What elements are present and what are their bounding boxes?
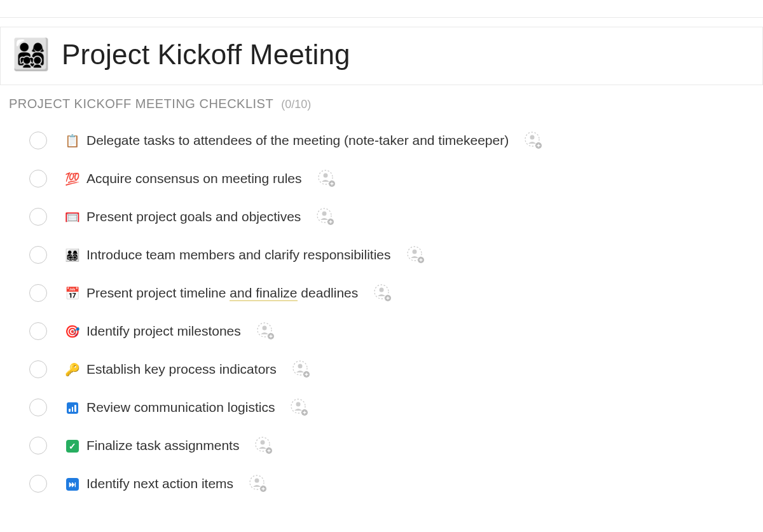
checklist-item[interactable]: 👨‍👩‍👧‍👦 Introduce team members and clari… — [0, 236, 763, 274]
svg-point-19 — [298, 364, 302, 369]
window-top-border — [0, 0, 763, 18]
header-family-icon: 👨‍👩‍👧‍👦 — [12, 39, 50, 70]
item-text: Identify project milestones — [86, 324, 241, 339]
hundred-icon: 💯 — [65, 173, 80, 185]
checkbox[interactable] — [29, 360, 47, 378]
checklist-item[interactable]: 🎯 Identify project milestones — [0, 312, 763, 350]
family-icon: 👨‍👩‍👧‍👦 — [65, 249, 80, 261]
assign-user-icon[interactable] — [249, 474, 268, 493]
checklist-item[interactable]: 💯 Acquire consensus on meeting rules — [0, 160, 763, 198]
checklist: 📋 Delegate tasks to attendees of the mee… — [0, 115, 763, 503]
check-mark-icon: ✓ — [65, 439, 80, 453]
assign-user-icon[interactable] — [524, 131, 543, 150]
checkbox[interactable] — [29, 475, 47, 493]
item-text: Delegate tasks to attendees of the meeti… — [86, 133, 509, 148]
svg-point-1 — [530, 135, 535, 140]
svg-point-7 — [322, 212, 327, 216]
item-text: Finalize task assignments — [86, 438, 239, 453]
assign-user-icon[interactable] — [256, 322, 275, 341]
checklist-item[interactable]: 🥅 Present project goals and objectives — [0, 198, 763, 236]
svg-point-10 — [412, 250, 416, 254]
assign-user-icon[interactable] — [317, 169, 336, 188]
svg-point-28 — [255, 479, 259, 483]
assign-user-icon[interactable] — [290, 398, 309, 417]
checklist-item[interactable]: ✓ Finalize task assignments — [0, 426, 763, 465]
item-text-pre: Present project timeline — [86, 285, 230, 300]
page-header: 👨‍👩‍👧‍👦 Project Kickoff Meeting — [0, 27, 763, 85]
svg-point-16 — [262, 326, 266, 331]
item-text: Present project goals and objectives — [86, 209, 301, 224]
goal-icon: 🥅 — [65, 211, 80, 223]
item-text: Acquire consensus on meeting rules — [86, 171, 302, 186]
assign-user-icon[interactable] — [406, 245, 425, 264]
checkbox[interactable] — [29, 322, 47, 340]
assign-user-icon[interactable] — [292, 360, 311, 379]
checkbox[interactable] — [29, 284, 47, 302]
checklist-count: (0/10) — [281, 98, 311, 111]
checkbox[interactable] — [29, 208, 47, 226]
item-text: Review communication logistics — [86, 400, 275, 415]
bar-chart-icon — [65, 402, 80, 414]
svg-point-4 — [323, 174, 327, 178]
item-text: Present project timeline and finalize de… — [86, 285, 358, 301]
item-text: Identify next action items — [86, 476, 233, 491]
svg-point-22 — [296, 402, 301, 407]
calendar-icon: 📅 — [65, 287, 80, 299]
checklist-item[interactable]: ⏭ Identify next action items — [0, 465, 763, 503]
checkbox[interactable] — [29, 399, 47, 416]
checklist-title: PROJECT KICKOFF MEETING CHECKLIST — [9, 97, 273, 111]
item-text: Establish key process indicators — [86, 362, 277, 377]
item-text-underlined: and finalize — [230, 285, 297, 301]
page-title: Project Kickoff Meeting — [62, 39, 350, 71]
assign-user-icon[interactable] — [254, 436, 273, 455]
next-track-icon: ⏭ — [65, 477, 80, 491]
clipboard-icon: 📋 — [65, 135, 80, 147]
checklist-item[interactable]: 📅 Present project timeline and finalize … — [0, 274, 763, 312]
assign-user-icon[interactable] — [316, 207, 335, 226]
checkbox[interactable] — [29, 246, 47, 264]
checklist-header: PROJECT KICKOFF MEETING CHECKLIST (0/10) — [0, 85, 763, 115]
checkbox[interactable] — [29, 170, 47, 188]
target-icon: 🎯 — [65, 325, 80, 338]
item-text-post: deadlines — [298, 285, 359, 300]
checklist-item[interactable]: Review communication logistics — [0, 388, 763, 426]
svg-point-13 — [380, 288, 384, 292]
checklist-item[interactable]: 🔑 Establish key process indicators — [0, 350, 763, 388]
checklist-item[interactable]: 📋 Delegate tasks to attendees of the mee… — [0, 121, 763, 160]
checkbox[interactable] — [29, 132, 47, 149]
checkbox[interactable] — [29, 437, 47, 454]
svg-point-25 — [261, 440, 265, 445]
key-icon: 🔑 — [65, 364, 80, 376]
assign-user-icon[interactable] — [373, 283, 392, 303]
item-text: Introduce team members and clarify respo… — [86, 247, 391, 263]
